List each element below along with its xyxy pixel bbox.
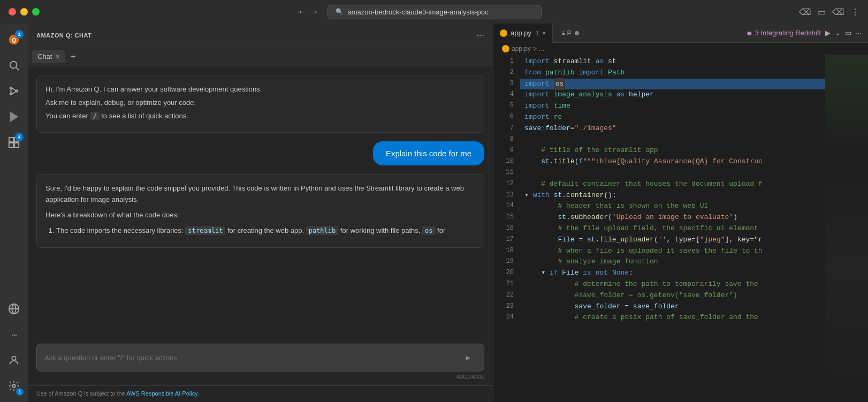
response-text: Sure, I'd be happy to explain the code s… [45, 183, 475, 206]
response-message: Sure, I'd be happy to explain the code s… [36, 174, 484, 247]
run-dropdown-button[interactable]: ⌄ [835, 29, 841, 37]
chat-input-area: ► 4000/4000 [28, 337, 493, 385]
code-line-23: save_folder = save_folder [520, 301, 825, 313]
layout-icon[interactable]: ⋮ [851, 7, 859, 17]
extensions-badge: 4 [15, 133, 24, 141]
title-bar-right: ⌫ ▭ ⌫ ⋮ [799, 7, 859, 17]
svg-rect-11 [9, 138, 13, 142]
settings-badge: 1 [16, 388, 24, 396]
remote-activity-icon[interactable] [2, 297, 26, 321]
extensions-activity-icon[interactable]: 4 [2, 131, 26, 154]
code-line-16: # the file upload field, the specific ui… [520, 223, 825, 234]
chat-input[interactable] [44, 354, 456, 362]
unsaved-dot [575, 31, 579, 35]
code-line-13: ▾ with st.container(): [520, 190, 825, 201]
code-line-15: st.subheader('Upload an image to evaluat… [520, 212, 825, 223]
nav-arrows: ← → [298, 6, 319, 18]
chat-tab-close-icon[interactable]: × [55, 52, 59, 61]
response-item-1: The code imports the necessary libraries… [56, 225, 475, 237]
source-control-activity-icon[interactable] [2, 79, 26, 103]
chat-intro-line2: Ask me to explain, debug, or optimize yo… [45, 97, 475, 109]
close-button[interactable] [9, 8, 16, 16]
tab-modified-num: 1 [536, 30, 539, 36]
sidebar-right-icon[interactable]: ⌫ [832, 7, 844, 17]
run-button[interactable]: ▶ [825, 29, 831, 37]
forward-button[interactable]: → [309, 6, 319, 18]
amazon-q-activity-icon[interactable]: Q 1 [2, 28, 26, 51]
chat-send-button[interactable]: ► [460, 350, 476, 366]
chat-messages: Hi, I'm Amazon Q. I can answer your soft… [28, 66, 493, 337]
code-line-9: # title of the streamlit app [520, 145, 825, 156]
code-line-6: import re [520, 112, 825, 123]
activity-bar: Q 1 4 ··· 1 [0, 24, 28, 402]
run-debug-activity-icon[interactable] [2, 105, 26, 128]
editor-tabs-bar: app.py 1 × ≡ P ■ 3 Integrating Redshift … [493, 24, 868, 43]
svg-text:Q: Q [12, 37, 17, 43]
code-line-14: # header that is shown on the web UI [520, 201, 825, 212]
svg-point-5 [10, 93, 12, 95]
editor-more-button[interactable]: ··· [856, 29, 862, 37]
svg-line-8 [12, 88, 16, 91]
address-bar[interactable]: 🔍 amazon-bedrock-claude3-image-analysis-… [328, 5, 542, 19]
code-line-5: import time [520, 101, 825, 112]
settings-activity-icon[interactable]: 1 [2, 374, 26, 398]
svg-point-15 [12, 357, 16, 360]
editor-tab-right: ■ 3 Integrating Redshift ▶ ⌄ ▭ ··· [741, 29, 868, 37]
code-line-22: #save_folder = os.getenv("save_folder") [520, 290, 825, 301]
activity-bar-bottom: ··· 1 [2, 297, 26, 402]
svg-marker-10 [11, 112, 18, 122]
aws-policy-link[interactable]: AWS Responsible AI Policy [126, 390, 197, 397]
sidebar-left-icon[interactable]: ⌫ [799, 7, 811, 17]
tab-close-icon[interactable]: × [542, 29, 546, 37]
chat-tab[interactable]: Chat × [32, 50, 65, 63]
svg-line-3 [16, 67, 19, 70]
svg-point-6 [16, 90, 18, 92]
traffic-lights [9, 8, 40, 16]
explain-button[interactable]: Explain this code for me [373, 141, 484, 165]
chat-tab-label: Chat [37, 52, 52, 60]
chat-panel: AMAZON Q: CHAT ··· Chat × + Hi, I'm Amaz… [28, 24, 493, 402]
chat-more-button[interactable]: ··· [476, 29, 484, 41]
response-breakdown: Here's a breakdown of what the code does… [45, 210, 475, 221]
code-line-17: File = st.file_uploader('', type=["jpeg"… [520, 234, 825, 246]
chat-panel-title: AMAZON Q: CHAT [36, 32, 92, 39]
maximize-button[interactable] [32, 8, 40, 16]
code-line-19: # analyze image function [520, 256, 825, 268]
integrating-redshift-label[interactable]: ■ 3 Integrating Redshift [747, 29, 821, 37]
code-line-20: ▾ if File is not None: [520, 268, 825, 279]
chat-input-box[interactable]: ► [36, 344, 484, 371]
editor-panel: app.py 1 × ≡ P ■ 3 Integrating Redshift … [493, 24, 868, 402]
search-activity-icon[interactable] [2, 54, 26, 77]
svg-point-4 [10, 87, 12, 89]
code-line-1: import streamlit as st [520, 56, 825, 67]
breadcrumb-filename[interactable]: app.py [512, 45, 531, 52]
python-file-icon [500, 29, 507, 37]
code-line-18: # when a file is uploaded it saves the f… [520, 246, 825, 257]
account-activity-icon[interactable] [2, 348, 26, 372]
title-bar-center: ← → 🔍 amazon-bedrock-claude3-image-analy… [40, 5, 799, 19]
back-button[interactable]: ← [298, 6, 307, 18]
sidebar-bottom-icon[interactable]: ▭ [818, 7, 826, 17]
breadcrumb-more[interactable]: ... [539, 45, 544, 52]
outline-action[interactable]: ≡ P [561, 29, 571, 37]
search-icon: 🔍 [336, 8, 344, 16]
minimize-button[interactable] [20, 8, 28, 16]
code-line-11 [520, 168, 825, 179]
svg-point-2 [10, 62, 17, 69]
breadcrumb-separator: > [533, 45, 537, 52]
chat-intro-message: Hi, I'm Amazon Q. I can answer your soft… [36, 75, 484, 133]
chat-tab-add-button[interactable]: + [67, 51, 79, 63]
breadcrumb-file-icon [502, 45, 509, 52]
split-editor-button[interactable]: ▭ [845, 29, 851, 37]
main-layout: Q 1 4 ··· 1 [0, 24, 868, 402]
code-line-10: st.title(f""":blue[Quality Assurance(QA)… [520, 156, 825, 168]
footer-text: Use of Amazon Q is subject to the [36, 390, 126, 397]
amazon-q-badge: 1 [15, 30, 24, 39]
svg-rect-14 [14, 143, 19, 147]
integrating-redshift-icon: ■ [747, 29, 751, 37]
code-line-7: save_folder="./images" [520, 123, 825, 134]
minimap [825, 55, 868, 402]
more-activity-icon[interactable]: ··· [2, 323, 26, 346]
title-bar: ← → 🔍 amazon-bedrock-claude3-image-analy… [0, 0, 868, 24]
app-py-tab[interactable]: app.py 1 × [493, 24, 553, 43]
